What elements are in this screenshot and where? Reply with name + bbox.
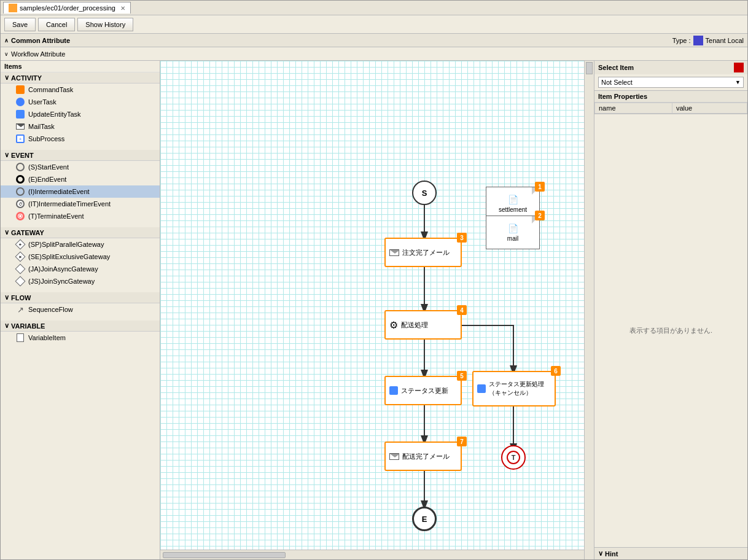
tab-label: samples/ec01/order_processing <box>20 4 115 12</box>
workflow-attr-expand-icon[interactable]: ∨ <box>4 51 9 57</box>
delivery-label: 配送処理 <box>401 321 428 330</box>
terminate-event-node[interactable]: T <box>501 445 526 470</box>
canvas[interactable]: S 📄 settlement 1 <box>160 61 584 550</box>
not-select-dropdown[interactable]: Not Select ▼ <box>598 77 744 88</box>
terminate-event-icon <box>15 211 25 221</box>
select-item-icon <box>734 63 744 72</box>
user-task-icon <box>15 97 25 107</box>
canvas-scroll[interactable]: S 📄 settlement 1 <box>160 61 584 550</box>
variable-expand: ∨ <box>4 322 9 330</box>
end-event-node[interactable]: E <box>412 507 437 531</box>
sidebar-item-split-exclusive[interactable]: × (SE)SplitExclusiveGateway <box>1 251 160 263</box>
settlement-num: 1 <box>535 182 545 192</box>
sidebar-item-end-event[interactable]: (E)EndEvent <box>1 173 160 185</box>
canvas-hscrollbar[interactable] <box>160 550 584 559</box>
activity-section-header[interactable]: ∨ ACTIVITY <box>1 72 160 84</box>
vscroll-thumb[interactable] <box>586 62 593 74</box>
item-properties-header: Item Properties <box>594 91 747 103</box>
show-history-button[interactable]: Show History <box>77 18 133 31</box>
cancel-button[interactable]: Cancel <box>38 18 75 31</box>
sidebar-item-mail-task[interactable]: MailTask <box>1 120 160 133</box>
variable-item-icon <box>15 333 25 343</box>
status-update-task[interactable]: ステータス更新 5 <box>384 376 462 405</box>
sidebar-item-split-parallel[interactable]: + (SP)SplitParallelGateway <box>1 238 160 251</box>
attr-right: Type : Tenant Local <box>672 36 744 45</box>
settlement-doc-label: settlement <box>499 206 527 213</box>
sidebar-item-update-entity-task[interactable]: UpdateEntityTask <box>1 108 160 120</box>
common-attribute-label: Common Attribute <box>11 37 70 44</box>
mail-doc-node[interactable]: 📄 mail 2 <box>486 216 540 249</box>
sidebar-item-join-sync[interactable]: (JS)JoinSyncGateway <box>1 275 160 287</box>
sidebar-item-terminate-event[interactable]: (T)TerminateEvent <box>1 210 160 222</box>
variable-item-label: VariableItem <box>28 334 66 341</box>
sidebar-item-subprocess[interactable]: + SubProcess <box>1 133 160 145</box>
title-tab[interactable]: samples/ec01/order_processing ✕ <box>3 2 131 14</box>
status-cancel-task[interactable]: ステータス更新処理（キャンセル） 6 <box>472 371 556 406</box>
intermediate-timer-label: (IT)IntermediateTimerEvent <box>28 200 111 208</box>
items-header: Items <box>1 61 160 72</box>
toolbar: Save Cancel Show History <box>1 15 747 34</box>
chukan-mail-task[interactable]: 注文完了メール 3 <box>384 238 462 267</box>
sidebar-item-variable-item[interactable]: VariableItem <box>1 332 160 344</box>
variable-section-header[interactable]: ∨ VARIABLE <box>1 321 160 332</box>
start-event-label: (S)StartEvent <box>28 163 69 171</box>
canvas-main: S 📄 settlement 1 <box>160 61 584 559</box>
delivery-mail-task[interactable]: 配送完了メール 7 <box>384 441 462 471</box>
split-exclusive-icon: × <box>15 252 25 262</box>
gateway-expand: ∨ <box>4 228 9 236</box>
event-label: EVENT <box>11 152 34 159</box>
tab-close-button[interactable]: ✕ <box>120 5 125 12</box>
save-button[interactable]: Save <box>4 18 36 31</box>
tab-icon <box>9 4 17 12</box>
type-value: Tenant Local <box>706 37 744 44</box>
flow-expand: ∨ <box>4 294 9 301</box>
not-select-label: Not Select <box>601 79 633 86</box>
mail-doc-num: 2 <box>535 211 545 220</box>
mail-task-label: MailTask <box>28 123 55 130</box>
main-content: Items ∨ ACTIVITY CommandTask UserTask Up… <box>1 61 747 559</box>
sequence-flow-label: SequenceFlow <box>28 306 73 313</box>
type-icon <box>693 36 703 45</box>
title-bar: samples/ec01/order_processing ✕ <box>1 1 747 15</box>
command-task-icon <box>15 85 25 95</box>
select-item-label: Select Item <box>598 64 634 71</box>
sidebar-item-user-task[interactable]: UserTask <box>1 96 160 108</box>
delivery-task[interactable]: ⚙ 配送処理 4 <box>384 310 462 340</box>
common-attr-expand-icon[interactable]: ∧ <box>4 37 9 44</box>
sidebar-item-join-async[interactable]: (JA)JoinAsyncGateway <box>1 263 160 275</box>
chukan-mail-label: 注文完了メール <box>402 248 450 257</box>
sidebar-item-start-event[interactable]: (S)StartEvent <box>1 161 160 173</box>
sidebar-item-command-task[interactable]: CommandTask <box>1 84 160 96</box>
join-sync-label: (JS)JoinSyncGateway <box>28 278 95 285</box>
gateway-section-header[interactable]: ∨ GATEWAY <box>1 227 160 238</box>
value-col-header: value <box>672 103 747 114</box>
sidebar-item-intermediate-event[interactable]: (I)IntermediateEvent <box>1 185 160 198</box>
select-item-header: Select Item <box>594 61 747 74</box>
subprocess-icon: + <box>15 134 25 144</box>
intermediate-event-icon <box>15 187 25 196</box>
join-async-icon <box>15 264 25 274</box>
user-task-label: UserTask <box>28 98 56 106</box>
hscroll-thumb[interactable] <box>163 552 286 558</box>
intermediate-timer-icon: ⏱ <box>15 199 25 209</box>
common-attribute-bar: ∧ Common Attribute Type : Tenant Local <box>1 34 747 47</box>
hint-label: Hint <box>605 550 618 558</box>
dropdown-arrow-icon: ▼ <box>735 79 741 85</box>
event-section-header[interactable]: ∨ EVENT <box>1 150 160 161</box>
no-items-message: 表示する項目がありません. <box>594 114 747 547</box>
start-event-node[interactable]: S <box>412 181 437 205</box>
gateway-label: GATEWAY <box>11 229 44 236</box>
mail-doc-label: mail <box>507 235 518 242</box>
left-panel: Items ∨ ACTIVITY CommandTask UserTask Up… <box>1 61 160 559</box>
status-cancel-label: ステータス更新処理（キャンセル） <box>489 380 551 397</box>
sidebar-item-sequence-flow[interactable]: ↗ SequenceFlow <box>1 303 160 316</box>
canvas-vscrollbar[interactable] <box>584 61 594 559</box>
split-exclusive-label: (SE)SplitExclusiveGateway <box>28 253 110 260</box>
update-entity-task-icon <box>15 109 25 119</box>
type-label: Type : <box>672 37 691 44</box>
sidebar-item-intermediate-timer[interactable]: ⏱ (IT)IntermediateTimerEvent <box>1 198 160 210</box>
workflow-attribute-label: Workflow Attribute <box>11 50 65 58</box>
event-expand: ∨ <box>4 151 9 159</box>
flow-section-header[interactable]: ∨ FLOW <box>1 292 160 303</box>
props-table: name value <box>594 103 747 114</box>
